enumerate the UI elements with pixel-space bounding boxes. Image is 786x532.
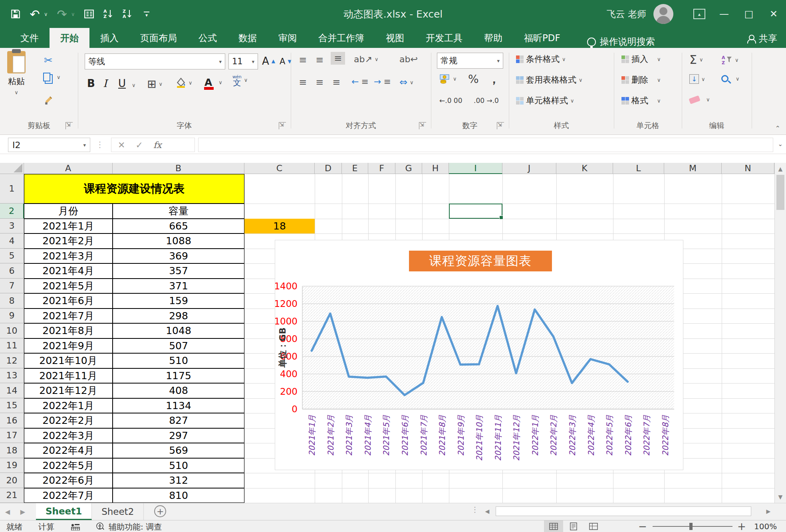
tell-me-search[interactable]: 操作说明搜索: [587, 36, 655, 48]
row-header-4[interactable]: 4: [0, 233, 24, 249]
cell-B19[interactable]: 510: [113, 458, 244, 473]
table-header-month[interactable]: 月份: [24, 204, 113, 219]
undo-icon[interactable]: ↶: [28, 7, 42, 21]
row-header-3[interactable]: 3: [0, 219, 24, 234]
format-as-table-button[interactable]: 套用表格格式∨: [516, 74, 583, 85]
accessibility-icon[interactable]: [96, 522, 105, 532]
align-center-button[interactable]: ≡: [316, 77, 324, 88]
phonetic-button[interactable]: wén文∨: [232, 74, 248, 85]
cell-A9[interactable]: 2021年7月: [24, 309, 113, 324]
zoom-slider-track[interactable]: [653, 526, 732, 527]
ribbon-display-options-icon[interactable]: ▴: [687, 0, 712, 28]
cell-A12[interactable]: 2021年10月: [24, 353, 113, 368]
cell-A19[interactable]: 2022年5月: [24, 458, 113, 473]
scroll-right-icon[interactable]: ▶: [762, 506, 774, 516]
minimize-button[interactable]: —: [712, 0, 736, 28]
decrease-decimal-button[interactable]: .00 →.0: [474, 97, 499, 105]
cell-B17[interactable]: 297: [113, 428, 244, 443]
format-painter-button[interactable]: [44, 95, 54, 105]
chart[interactable]: 课程资源容量图表 0200400600800100012001400单位：GB2…: [275, 240, 683, 470]
row-header-8[interactable]: 8: [0, 293, 24, 309]
bold-button[interactable]: B: [87, 77, 95, 89]
table-title-cell[interactable]: 课程资源建设情况表: [24, 174, 244, 204]
row-header-11[interactable]: 11: [0, 338, 24, 354]
page-layout-view-button[interactable]: [564, 520, 583, 532]
row-header-18[interactable]: 18: [0, 443, 24, 458]
ribbon-tab-公式[interactable]: 公式: [188, 28, 228, 48]
column-header-E[interactable]: E: [342, 163, 368, 174]
cell-A16[interactable]: 2022年2月: [24, 413, 113, 428]
zoom-in-icon[interactable]: +: [737, 520, 746, 532]
font-size-combobox[interactable]: 11▾: [228, 53, 258, 69]
save-icon[interactable]: [9, 7, 22, 21]
align-middle-button[interactable]: ≡: [316, 54, 324, 65]
macro-record-icon[interactable]: [71, 523, 80, 532]
sheet-tab-Sheet1[interactable]: Sheet1: [36, 503, 92, 520]
row-header-20[interactable]: 20: [0, 473, 24, 488]
alignment-dialog-launcher-icon[interactable]: [419, 122, 426, 129]
cell-B8[interactable]: 159: [113, 293, 244, 309]
borders-button[interactable]: ⊞∨: [147, 77, 163, 91]
column-header-C[interactable]: C: [244, 163, 315, 174]
cell-B9[interactable]: 298: [113, 309, 244, 324]
sort-ascending-icon[interactable]: AZ: [101, 7, 115, 21]
ribbon-tab-页面布局[interactable]: 页面布局: [129, 28, 188, 48]
italic-button[interactable]: I: [103, 77, 107, 89]
autosum-button[interactable]: Σ∨: [689, 53, 703, 67]
formula-bar-splitter[interactable]: ⋮: [96, 140, 104, 149]
conditional-formatting-button[interactable]: 条件格式∨: [516, 53, 566, 65]
sheet-nav-right-icon[interactable]: ▶: [15, 503, 30, 520]
column-header-J[interactable]: J: [502, 163, 556, 174]
y-axis-title[interactable]: 单位：GB: [278, 328, 288, 368]
cell-A14[interactable]: 2021年12月: [24, 383, 113, 398]
undo-dropdown-icon[interactable]: ∨: [44, 11, 50, 17]
column-header-M[interactable]: M: [664, 163, 722, 174]
zoom-level[interactable]: 100%: [754, 522, 777, 531]
ribbon-tab-插入[interactable]: 插入: [89, 28, 129, 48]
cell-B7[interactable]: 371: [113, 279, 244, 294]
scroll-down-icon[interactable]: ▼: [775, 492, 786, 502]
tab-scrollbar-splitter[interactable]: ⋮: [471, 505, 474, 517]
clear-button[interactable]: ∨: [689, 97, 710, 103]
cell-B4[interactable]: 1088: [113, 233, 244, 249]
ribbon-tab-文件[interactable]: 文件: [10, 28, 50, 48]
redo-icon[interactable]: ↷: [55, 7, 69, 21]
row-header-5[interactable]: 5: [0, 249, 24, 264]
chart-title[interactable]: 课程资源容量图表: [409, 251, 552, 271]
row-header-16[interactable]: 16: [0, 413, 24, 428]
row-header-9[interactable]: 9: [0, 309, 24, 324]
vertical-scroll-thumb[interactable]: [776, 175, 784, 210]
enter-icon[interactable]: ✓: [135, 140, 143, 150]
comma-style-button[interactable]: ，: [488, 71, 500, 87]
insert-function-icon[interactable]: fx: [153, 140, 162, 150]
maximize-button[interactable]: □: [736, 0, 761, 28]
column-header-B[interactable]: B: [113, 163, 244, 174]
row-header-14[interactable]: 14: [0, 383, 24, 398]
sort-filter-button[interactable]: AZ ∨: [721, 54, 739, 65]
row-header-13[interactable]: 13: [0, 368, 24, 384]
cell-C3[interactable]: 18: [244, 219, 315, 234]
table-header-capacity[interactable]: 容量: [113, 204, 244, 219]
horizontal-scrollbar[interactable]: ◀ ▶: [481, 504, 774, 519]
align-bottom-button[interactable]: ≡: [331, 52, 345, 65]
row-header-17[interactable]: 17: [0, 428, 24, 443]
name-box[interactable]: I2▾: [8, 138, 90, 152]
collapse-ribbon-icon[interactable]: ⌃: [775, 125, 780, 132]
status-calculate[interactable]: 计算: [38, 522, 54, 532]
cell-B10[interactable]: 1048: [113, 323, 244, 338]
new-sheet-button[interactable]: +: [154, 505, 166, 517]
number-format-combobox[interactable]: 常规▾: [437, 53, 503, 69]
ribbon-tab-审阅[interactable]: 审阅: [268, 28, 308, 48]
shrink-font-button[interactable]: A▼: [280, 57, 292, 66]
row-header-19[interactable]: 19: [0, 458, 24, 473]
active-cell-I2[interactable]: [449, 204, 502, 219]
font-dialog-launcher-icon[interactable]: [279, 122, 286, 129]
ribbon-tab-开发工具[interactable]: 开发工具: [415, 28, 473, 48]
cell-A3[interactable]: 2021年1月: [24, 219, 113, 234]
expand-formula-bar-icon[interactable]: ⌄: [778, 140, 783, 148]
row-header-21[interactable]: 21: [0, 488, 24, 503]
underline-button[interactable]: U: [118, 77, 126, 89]
decrease-indent-button[interactable]: ←≡: [351, 77, 369, 87]
customize-qat-icon[interactable]: ▾: [140, 7, 153, 21]
column-header-K[interactable]: K: [556, 163, 613, 174]
